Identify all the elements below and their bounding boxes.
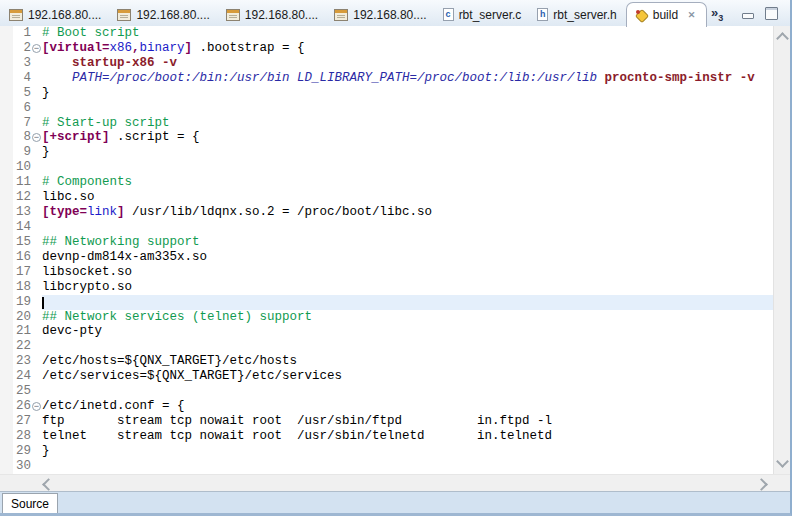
tab-192-168-80[interactable]: 192.168.80.... (219, 3, 327, 26)
tab-overflow-button[interactable]: 3 (711, 3, 723, 23)
code-line: 21devc-pty (0, 324, 773, 339)
fold-column (31, 41, 42, 56)
line-number: 7 (13, 116, 31, 131)
code-line-text[interactable]: # Components (42, 175, 773, 190)
code-line-text[interactable]: /etc/hosts=${QNX_TARGET}/etc/hosts (42, 354, 773, 369)
code-line-text[interactable]: devc-pty (42, 324, 773, 339)
fold-column (31, 384, 42, 399)
code-line: 17libsocket.so (0, 265, 773, 280)
fold-column (31, 56, 42, 71)
tab-192-168-80[interactable]: 192.168.80.... (2, 3, 110, 26)
editor-tab-bar: 192.168.80....192.168.80....192.168.80..… (0, 0, 707, 26)
code-line-text[interactable] (42, 160, 773, 175)
code-line-text[interactable]: } (42, 444, 773, 459)
line-number: 8 (13, 130, 31, 145)
line-number: 9 (13, 145, 31, 160)
vertical-scrollbar[interactable] (773, 26, 790, 474)
line-number: 14 (13, 220, 31, 235)
horizontal-scrollbar[interactable] (0, 474, 790, 491)
fold-column (31, 310, 42, 325)
line-number: 26 (13, 399, 31, 414)
code-line-text[interactable]: libsocket.so (42, 265, 773, 280)
fold-collapse-icon[interactable] (32, 133, 41, 142)
code-line: 13[type=link] /usr/lib/ldqnx.so.2 = /pro… (0, 205, 773, 220)
line-number: 25 (13, 384, 31, 399)
line-number: 12 (13, 190, 31, 205)
tab-rbt-server-c[interactable]: crbt_server.c (436, 3, 531, 26)
code-line-text[interactable]: [virtual=x86,binary] .bootstrap = { (42, 41, 773, 56)
fold-column (31, 101, 42, 116)
code-line-text[interactable]: libc.so (42, 190, 773, 205)
scroll-down-icon[interactable] (776, 455, 789, 468)
line-number: 27 (13, 414, 31, 429)
code-editor[interactable]: 1# Boot script2[virtual=x86,binary] .boo… (0, 26, 773, 474)
fold-column (31, 26, 42, 41)
code-line: 10 (0, 160, 773, 175)
code-line-text[interactable]: devnp-dm814x-am335x.so (42, 250, 773, 265)
tab-192-168-80[interactable]: 192.168.80.... (110, 3, 218, 26)
tab-rbt-server-h[interactable]: hrbt_server.h (530, 3, 625, 26)
code-line-text[interactable]: ## Network services (telnet) support (42, 310, 773, 325)
code-line: 12libc.so (0, 190, 773, 205)
code-line-text[interactable]: ## Networking support (42, 235, 773, 250)
line-number: 15 (13, 235, 31, 250)
code-line-text[interactable] (42, 459, 773, 474)
code-line-text[interactable]: } (42, 86, 773, 101)
tab-label: 192.168.80.... (353, 8, 426, 22)
code-line-text[interactable]: ftp stream tcp nowait root /usr/sbin/ftp… (42, 414, 773, 429)
fold-column (31, 265, 42, 280)
code-line: 3 startup-x86 -v (0, 56, 773, 71)
code-line-text[interactable]: [type=link] /usr/lib/ldqnx.so.2 = /proc/… (42, 205, 773, 220)
editor-window: 192.168.80....192.168.80....192.168.80..… (0, 0, 792, 516)
code-line-text[interactable]: /etc/services=${QNX_TARGET}/etc/services (42, 369, 773, 384)
code-line: 23/etc/hosts=${QNX_TARGET}/etc/hosts (0, 354, 773, 369)
buildfile-icon (634, 8, 648, 22)
hidden-tab-count: 3 (718, 13, 723, 23)
line-number: 11 (13, 175, 31, 190)
code-line-text[interactable] (42, 339, 773, 354)
code-line-text[interactable]: [+script] .script = { (42, 130, 773, 145)
fold-column (31, 295, 42, 310)
tab-build[interactable]: build (626, 2, 707, 27)
code-line-text[interactable] (42, 384, 773, 399)
tab-192-168-80[interactable]: 192.168.80.... (327, 3, 435, 26)
code-line: 22 (0, 339, 773, 354)
fold-collapse-icon[interactable] (32, 402, 41, 411)
fold-column (31, 414, 42, 429)
minimize-icon[interactable] (742, 13, 754, 19)
fold-collapse-icon[interactable] (32, 44, 41, 53)
code-line-text[interactable] (42, 295, 773, 310)
code-line: 28telnet stream tcp nowait root /usr/sbi… (0, 429, 773, 444)
code-line-text[interactable]: # Boot script (42, 26, 773, 41)
line-number: 13 (13, 205, 31, 220)
line-number: 17 (13, 265, 31, 280)
line-number: 6 (13, 101, 31, 116)
scroll-left-icon[interactable] (42, 478, 55, 491)
maximize-icon[interactable] (765, 7, 778, 20)
code-line-text[interactable]: startup-x86 -v (42, 56, 773, 71)
code-line-text[interactable]: } (42, 145, 773, 160)
code-line: 24/etc/services=${QNX_TARGET}/etc/servic… (0, 369, 773, 384)
code-line-text[interactable]: PATH=/proc/boot:/bin:/usr/bin LD_LIBRARY… (42, 71, 773, 86)
scroll-up-icon[interactable] (776, 32, 789, 45)
fold-column (31, 190, 42, 205)
code-line: 30 (0, 459, 773, 474)
code-line-text[interactable]: telnet stream tcp nowait root /usr/sbin/… (42, 429, 773, 444)
fold-column (31, 116, 42, 131)
code-line-text[interactable]: libcrypto.so (42, 280, 773, 295)
bottom-tab-strip: Source (0, 491, 790, 513)
tab-source[interactable]: Source (2, 493, 58, 513)
terminal-icon (226, 9, 240, 21)
scroll-right-icon[interactable] (755, 478, 768, 491)
code-line: 15## Networking support (0, 235, 773, 250)
code-line: 20## Network services (telnet) support (0, 310, 773, 325)
code-area: 1# Boot script2[virtual=x86,binary] .boo… (0, 26, 773, 474)
fold-column (31, 175, 42, 190)
close-icon[interactable] (686, 10, 697, 21)
code-line: 5} (0, 86, 773, 101)
code-line-text[interactable]: # Start-up script (42, 116, 773, 131)
code-line-text[interactable] (42, 220, 773, 235)
fold-column (31, 235, 42, 250)
code-line-text[interactable]: /etc/inetd.conf = { (42, 399, 773, 414)
code-line-text[interactable] (42, 101, 773, 116)
